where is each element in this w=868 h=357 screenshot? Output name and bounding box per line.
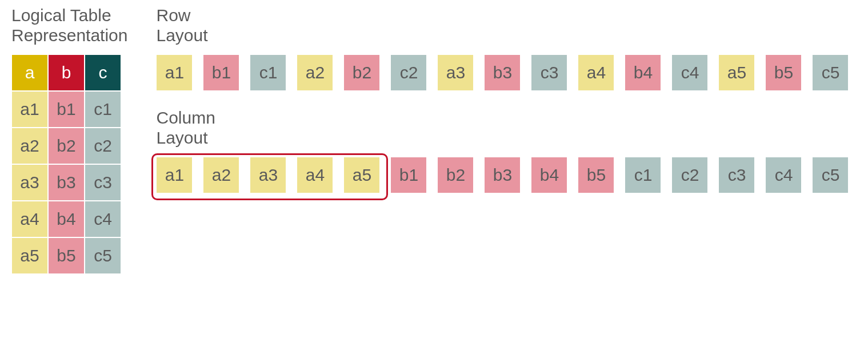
cell-c3: c3 (85, 164, 121, 201)
header-a: a (11, 54, 48, 91)
header-c: c (85, 54, 121, 91)
table-row: a2 b2 c2 (11, 128, 127, 164)
row-cell-b5: b5 (765, 54, 802, 91)
col-cell-b4: b4 (531, 157, 567, 193)
row-layout-section: Row Layout a1b1c1a2b2c2a3b3c3a4b4c4a5b5c… (156, 6, 857, 91)
row-cell-a4: a4 (578, 54, 614, 91)
row-cell-b2: b2 (343, 54, 380, 91)
table-row: a4 b4 c4 (11, 201, 127, 237)
col-cell-c1: c1 (625, 157, 661, 193)
cell-a1: a1 (11, 91, 48, 128)
row-cell-c5: c5 (812, 54, 849, 91)
cell-b1: b1 (48, 91, 85, 128)
row-cell-b3: b3 (484, 54, 521, 91)
cell-a5: a5 (11, 237, 48, 274)
row-cell-b1: b1 (203, 54, 239, 91)
cell-b4: b4 (48, 201, 85, 237)
column-layout-strip: a1a2a3a4a5b1b2b3b4b5c1c2c3c4c5 (156, 157, 857, 193)
row-cell-c2: c2 (390, 54, 427, 91)
col-cell-a5: a5 (343, 157, 380, 193)
col-cell-b1: b1 (390, 157, 427, 193)
logical-table-panel: Logical Table Representation a b c a1 b1… (11, 6, 127, 274)
row-cell-a1: a1 (156, 54, 193, 91)
header-b: b (48, 54, 85, 91)
table-row: a3 b3 c3 (11, 164, 127, 201)
col-cell-c4: c4 (765, 157, 802, 193)
column-layout-title: Column Layout (156, 108, 857, 148)
col-cell-c5: c5 (812, 157, 849, 193)
cell-b5: b5 (48, 237, 85, 274)
diagram-root: Logical Table Representation a b c a1 b1… (0, 0, 868, 280)
cell-a3: a3 (11, 164, 48, 201)
logical-title: Logical Table Representation (11, 6, 127, 45)
col-cell-c3: c3 (718, 157, 755, 193)
row-cell-a5: a5 (718, 54, 755, 91)
row-cell-c4: c4 (671, 54, 708, 91)
column-layout-section: Column Layout a1a2a3a4a5b1b2b3b4b5c1c2c3… (156, 108, 857, 193)
table-row: a1 b1 c1 (11, 91, 127, 128)
row-layout-title: Row Layout (156, 6, 857, 45)
row-cell-c1: c1 (250, 54, 286, 91)
cell-b2: b2 (48, 128, 85, 164)
row-cell-a3: a3 (437, 54, 474, 91)
row-cell-c3: c3 (531, 54, 567, 91)
col-cell-b5: b5 (578, 157, 614, 193)
col-cell-a2: a2 (203, 157, 239, 193)
table-row: a5 b5 c5 (11, 237, 127, 274)
cell-b3: b3 (48, 164, 85, 201)
col-cell-c2: c2 (671, 157, 708, 193)
col-cell-a1: a1 (156, 157, 193, 193)
row-cell-b4: b4 (625, 54, 661, 91)
logical-header-row: a b c (11, 54, 127, 91)
row-cell-a2: a2 (297, 54, 333, 91)
cell-c4: c4 (85, 201, 121, 237)
row-layout-strip: a1b1c1a2b2c2a3b3c3a4b4c4a5b5c5 (156, 54, 857, 91)
cell-a2: a2 (11, 128, 48, 164)
layouts-panel: Row Layout a1b1c1a2b2c2a3b3c3a4b4c4a5b5c… (156, 6, 857, 211)
cell-c5: c5 (85, 237, 121, 274)
cell-c2: c2 (85, 128, 121, 164)
col-cell-a3: a3 (250, 157, 286, 193)
cell-a4: a4 (11, 201, 48, 237)
logical-table: a b c a1 b1 c1 a2 b2 c2 a3 b3 c3 a4 (11, 54, 127, 274)
col-cell-b2: b2 (437, 157, 474, 193)
col-cell-a4: a4 (297, 157, 333, 193)
cell-c1: c1 (85, 91, 121, 128)
col-cell-b3: b3 (484, 157, 521, 193)
